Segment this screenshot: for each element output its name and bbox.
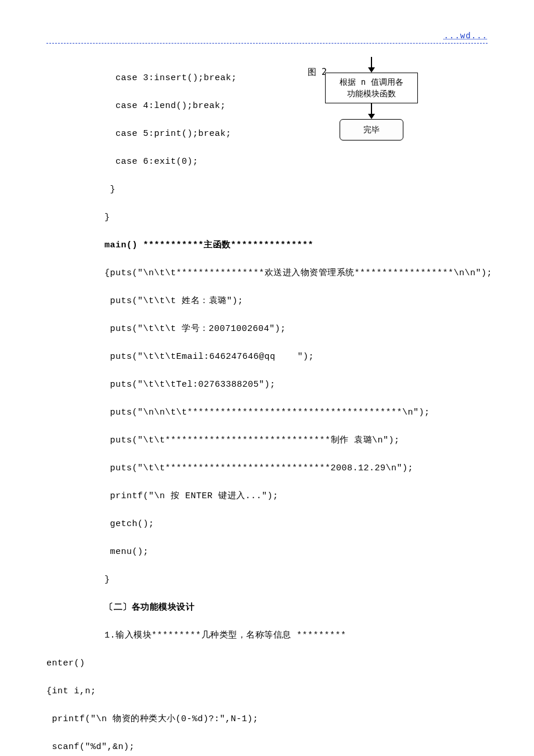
page-header: ...wd... (46, 29, 488, 44)
code-line: puts("\t\t\tEmail:646247646@qq "); (46, 350, 488, 364)
flowchart-box-call: 根据 n 值调用各 功能模块函数 (325, 73, 418, 103)
code-line: puts("\t\t\t 学号：20071002604"); (46, 322, 488, 336)
code-line: } (46, 183, 488, 197)
code-line: {puts("\n\t\t****************欢送进入物资管理系统*… (46, 267, 488, 280)
code-line: scanf("%d",&n); (46, 740, 488, 754)
box-text: 功能模块函数 (328, 88, 415, 100)
code-line: 1.输入模块*********几种类型，名称等信息 ********* (46, 629, 488, 643)
arrow-stem (371, 57, 372, 67)
code-line: puts("\t\t\tTel:02763388205"); (46, 378, 488, 392)
box-text: 根据 n 值调用各 (328, 77, 415, 88)
code-line: puts("\t\t******************************… (46, 462, 488, 476)
section-heading: 〔二〕各功能模块设计 (46, 601, 488, 615)
code-line: printf("\n 按 ENTER 键进入..."); (46, 489, 488, 503)
code-line: puts("\t\t******************************… (46, 434, 488, 448)
arrow-down-icon (368, 67, 375, 73)
code-line: } (46, 211, 488, 225)
flowchart-diagram: 根据 n 值调用各 功能模块函数 完毕 (313, 57, 430, 141)
code-line: {int i,n; (46, 685, 488, 699)
code-line: } (46, 573, 488, 587)
code-line-main-header: main() ***********主函数*************** (46, 239, 488, 253)
code-line: getch(); (46, 517, 488, 531)
page: ...wd... 图 2 根据 n 值调用各 功能模块函数 完毕 case 3:… (0, 0, 534, 756)
flowchart-box-end: 完毕 (340, 119, 403, 140)
code-line: printf("\n 物资的种类大小(0-%d)?:",N-1); (46, 712, 488, 726)
code-line: menu(); (46, 545, 488, 559)
arrow-stem (371, 103, 372, 114)
code-line: puts("\n\n\t\t**************************… (46, 406, 488, 420)
code-line: enter() (46, 657, 488, 671)
code-line: puts("\t\t\t 姓名：袁璐"); (46, 294, 488, 308)
code-line: case 6:exit(0); (46, 155, 488, 169)
code-block: case 3:insert();break; case 4:lend();bre… (46, 57, 488, 756)
arrow-down-icon (368, 114, 375, 119)
